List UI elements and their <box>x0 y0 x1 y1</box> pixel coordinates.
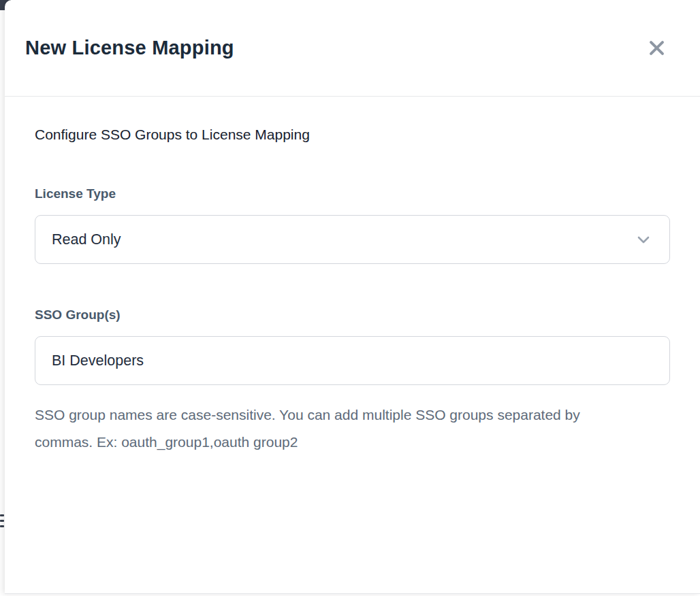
chevron-down-icon <box>635 231 652 248</box>
modal-header: New License Mapping <box>5 0 700 97</box>
sso-groups-field: SSO Group(s) SSO group names are case-se… <box>35 308 670 456</box>
sso-groups-input[interactable] <box>35 336 670 385</box>
sso-groups-help-text: SSO group names are case-sensitive. You … <box>35 401 610 456</box>
close-button[interactable] <box>643 35 670 61</box>
sso-groups-label: SSO Group(s) <box>35 308 670 322</box>
modal-body: Configure SSO Groups to License Mapping … <box>5 97 700 456</box>
license-type-field: License Type Read Only <box>35 186 670 264</box>
license-type-select[interactable]: Read Only <box>35 215 670 264</box>
screen: New License Mapping Configure SSO Groups… <box>0 0 700 596</box>
new-license-mapping-modal: New License Mapping Configure SSO Groups… <box>5 0 700 594</box>
modal-title: New License Mapping <box>25 37 234 59</box>
license-type-selected-value: Read Only <box>52 231 121 248</box>
license-type-label: License Type <box>35 186 670 201</box>
background-list-icon <box>0 514 4 531</box>
close-icon <box>648 39 666 57</box>
modal-subtitle: Configure SSO Groups to License Mapping <box>35 127 670 143</box>
